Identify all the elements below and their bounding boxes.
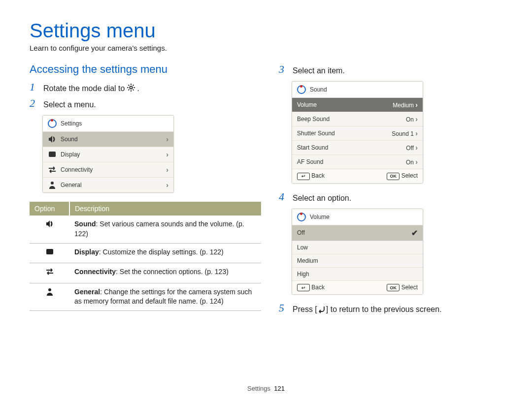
- step-text-pre: Rotate the mode dial to: [43, 84, 127, 93]
- footer-select[interactable]: OK Select: [387, 284, 418, 292]
- setting-value: Sound 1: [392, 130, 414, 137]
- page-footer: Settings 121: [0, 385, 532, 392]
- chevron-right-icon: ›: [166, 181, 168, 189]
- step-text-pre: Press [: [293, 305, 317, 313]
- table-row: Sound: Set various camera sounds and the…: [30, 216, 261, 243]
- step-text-post: .: [137, 84, 139, 93]
- step-text-post: ] to return to the previous screen.: [326, 305, 442, 313]
- setting-value: On: [406, 159, 414, 166]
- step-3: 3 Select an item.: [279, 65, 510, 76]
- page-subtitle: Learn to configure your camera's setting…: [30, 44, 502, 52]
- page-title: Settings menu: [30, 20, 502, 42]
- option-row-medium[interactable]: Medium: [292, 254, 423, 267]
- option-desc: : Customize the display settings. (p. 12…: [99, 248, 224, 256]
- menu-label: Display: [61, 151, 80, 158]
- setting-label: Shutter Sound: [297, 130, 335, 137]
- option-name: Connectivity: [74, 268, 116, 276]
- step-4: 4 Select an option.: [279, 192, 510, 204]
- chevron-right-icon: ›: [166, 166, 168, 174]
- ok-icon: OK: [387, 284, 399, 291]
- option-desc: : Change the settings for the camera sys…: [74, 288, 252, 306]
- setting-value: Medium: [393, 102, 414, 109]
- menu-item-connectivity[interactable]: Connectivity ›: [43, 162, 173, 177]
- step-number: 1: [30, 82, 38, 93]
- setting-row-shutter[interactable]: Shutter Sound Sound 1 ›: [292, 126, 423, 140]
- chevron-right-icon: ›: [415, 144, 418, 152]
- option-name: Display: [74, 248, 99, 256]
- setting-label: Volume: [297, 101, 317, 108]
- camera-screen-volume: Volume Off ✔ Low Medium High ↩ Back OK S…: [292, 209, 423, 295]
- option-label: Off: [297, 229, 305, 236]
- setting-row-start[interactable]: Start Sound Off ›: [292, 140, 423, 154]
- chevron-right-icon: ›: [415, 129, 418, 137]
- option-label: Low: [297, 244, 308, 251]
- display-icon: [45, 247, 54, 256]
- menu-label: Sound: [61, 136, 78, 143]
- step-2: 2 Select a menu.: [30, 99, 261, 110]
- footer-back-label: Back: [311, 172, 325, 179]
- step-number: 3: [279, 64, 288, 75]
- table-row: General: Change the settings for the cam…: [30, 283, 261, 310]
- footer-select-label: Select: [401, 284, 418, 291]
- footer-section: Settings: [247, 385, 270, 392]
- menu-item-display[interactable]: Display ›: [43, 147, 173, 162]
- return-icon: ↩: [297, 284, 310, 291]
- setting-row-volume[interactable]: Volume Medium ›: [292, 98, 423, 112]
- setting-value: On: [406, 116, 414, 123]
- step-1: 1 Rotate the mode dial to .: [30, 83, 261, 94]
- display-icon: [48, 150, 57, 159]
- step-number: 4: [279, 191, 288, 202]
- step-5: 5 Press [] to return to the previous scr…: [279, 304, 510, 315]
- return-icon: [317, 305, 326, 313]
- chevron-right-icon: ›: [166, 151, 168, 158]
- table-row: Display: Customize the display settings.…: [30, 243, 261, 263]
- option-row-high[interactable]: High: [292, 267, 423, 280]
- menu-item-general[interactable]: General ›: [43, 177, 173, 192]
- step-number: 2: [30, 98, 38, 109]
- footer-back[interactable]: ↩ Back: [297, 284, 325, 292]
- col-header-description: Description: [69, 202, 261, 216]
- footer-page-number: 121: [274, 385, 285, 392]
- return-icon: ↩: [297, 173, 310, 180]
- mode-dial-icon: [297, 213, 306, 221]
- table-row: Connectivity: Set the connection options…: [30, 263, 261, 283]
- step-number: 5: [279, 303, 288, 313]
- footer-back[interactable]: ↩ Back: [297, 172, 325, 180]
- footer-select-label: Select: [401, 172, 418, 179]
- option-description-table: Option Description Sound: Set various ca…: [30, 202, 261, 311]
- option-desc: : Set the connection options. (p. 123): [116, 268, 229, 276]
- general-icon: [45, 287, 54, 296]
- option-row-off[interactable]: Off ✔: [292, 225, 423, 241]
- ok-icon: OK: [387, 173, 399, 180]
- setting-label: AF Sound: [297, 158, 323, 165]
- option-label: High: [297, 271, 309, 278]
- setting-label: Beep Sound: [297, 116, 330, 123]
- sound-icon: [45, 219, 54, 228]
- mode-dial-icon: [48, 119, 57, 128]
- check-icon: ✔: [411, 228, 418, 238]
- chevron-right-icon: ›: [415, 158, 418, 166]
- option-name: Sound: [74, 220, 96, 228]
- option-name: General: [74, 288, 100, 296]
- footer-back-label: Back: [311, 284, 325, 291]
- menu-label: General: [61, 182, 82, 188]
- option-row-low[interactable]: Low: [292, 241, 423, 254]
- option-label: Medium: [297, 257, 318, 264]
- setting-row-af[interactable]: AF Sound On ›: [292, 154, 423, 169]
- option-desc: : Set various camera sounds and the volu…: [74, 220, 244, 238]
- step-text: Select a menu.: [43, 99, 261, 110]
- menu-item-sound[interactable]: Sound ›: [43, 132, 173, 147]
- section-heading: Accessing the settings menu: [30, 63, 261, 76]
- chevron-right-icon: ›: [166, 135, 168, 143]
- setting-label: Start Sound: [297, 144, 328, 151]
- setting-value: Off: [406, 145, 414, 152]
- footer-select[interactable]: OK Select: [387, 172, 418, 180]
- step-text: Select an item.: [293, 65, 510, 76]
- screen-title: Sound: [310, 86, 327, 93]
- col-header-option: Option: [30, 202, 69, 216]
- menu-label: Connectivity: [61, 166, 93, 173]
- camera-screen-settings: Settings Sound › Display › Connectivity …: [42, 115, 174, 193]
- setting-row-beep[interactable]: Beep Sound On ›: [292, 112, 423, 126]
- step-text: Rotate the mode dial to .: [43, 83, 261, 94]
- general-icon: [48, 181, 57, 189]
